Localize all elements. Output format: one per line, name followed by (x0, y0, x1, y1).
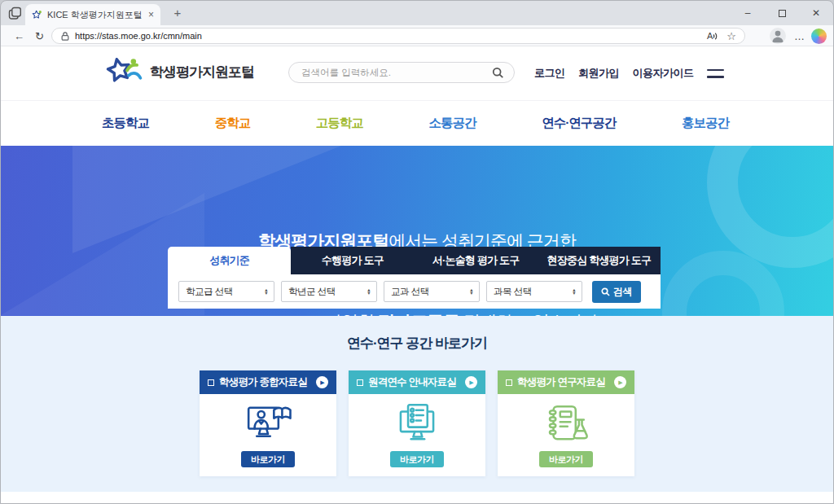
favicon-star-icon (32, 10, 42, 20)
minimize-button[interactable]: – (731, 1, 765, 25)
goto-button[interactable]: 바로가기 (241, 451, 295, 467)
nav-middle-school[interactable]: 중학교 (215, 115, 251, 132)
search-icon (601, 287, 610, 296)
tab-actions-icon[interactable] (8, 7, 22, 20)
card-assessment-archive: 학생평가 종합자료실 ▶ (200, 370, 336, 476)
profile-avatar[interactable] (770, 28, 786, 44)
browser-tab-strip: KICE 학생평가지원포털 × + – ✕ (1, 1, 833, 25)
select-arrows-icon: ▴▾ (367, 288, 370, 296)
hero-banner: 학생평가지원포털에서는 성취기준에 근거한 다양한 평가도구를 탑재하고 있습니… (1, 146, 833, 316)
square-bullet-icon (208, 379, 214, 386)
card-assessment-research-archive: 학생평가 연구자료실 ▶ (498, 370, 634, 476)
select-arrows-icon: ▴▾ (573, 288, 575, 296)
curriculum-select[interactable]: 교과 선택 ▴▾ (384, 281, 480, 302)
login-link[interactable]: 로그인 (534, 66, 565, 81)
site-logo[interactable]: 학생평가지원포털 (105, 55, 254, 88)
refresh-icon[interactable]: ↻ (35, 25, 44, 46)
school-level-select[interactable]: 학교급 선택 ▴▾ (178, 281, 274, 302)
address-bar[interactable]: https://stas.moe.go.kr/cmn/main A ☆ (51, 28, 745, 44)
select-arrows-icon: ▴▾ (470, 288, 472, 296)
square-bullet-icon (357, 379, 363, 386)
search-placeholder: 검색어를 입력하세요. (301, 63, 391, 83)
site-info-lock-icon[interactable] (60, 31, 70, 42)
browser-window: KICE 학생평가지원포털 × + – ✕ ← ↻ https://stas.m… (0, 0, 834, 504)
tab-performance-assessment-tools[interactable]: 수행평가 도구 (291, 247, 414, 274)
card-title: 학생평가 종합자료실 (219, 375, 307, 389)
favorites-star-icon[interactable]: ☆ (726, 30, 736, 42)
browser-tab[interactable]: KICE 학생평가지원포털 × (25, 4, 160, 25)
close-button[interactable]: ✕ (799, 1, 833, 25)
monitor-checklist-icon (392, 401, 442, 447)
url-text: https://stas.moe.go.kr/cmn/main (75, 31, 699, 41)
search-button[interactable]: 검색 (592, 281, 641, 303)
nav-elementary-school[interactable]: 초등학교 (102, 115, 149, 132)
select-arrows-icon: ▴▾ (265, 288, 267, 296)
shortcut-section: 연수·연구 공간 바로가기 학생평가 종합자료실 ▶ (1, 316, 833, 492)
search-widget-tabs: 성취기준 수행평가 도구 서·논술형 평가 도구 현장중심 학생평가 도구 (168, 247, 661, 274)
notebook-flask-icon (542, 401, 590, 447)
main-navigation: 초등학교 중학교 고등학교 소통공간 연수·연구공간 홍보공간 (1, 100, 833, 146)
page: 학생평가지원포털 검색어를 입력하세요. 로그인 회원가입 이용자가이드 초등학… (1, 46, 833, 503)
assessment-search-widget: 성취기준 수행평가 도구 서·논술형 평가 도구 현장중심 학생평가 도구 학교… (168, 247, 661, 309)
tab-close-icon[interactable]: × (148, 10, 154, 20)
utility-links: 로그인 회원가입 이용자가이드 (534, 46, 724, 100)
goto-button[interactable]: 바로가기 (539, 451, 593, 467)
nav-promotion-space[interactable]: 홍보공간 (682, 115, 729, 132)
window-controls: – ✕ (731, 1, 833, 25)
site-search-input[interactable]: 검색어를 입력하세요. (288, 62, 515, 83)
browser-menu-icon[interactable]: … (794, 25, 805, 46)
card-title: 학생평가 연구자료실 (517, 375, 605, 389)
maximize-button[interactable] (765, 1, 799, 25)
arrow-right-icon[interactable]: ▶ (316, 376, 328, 388)
hero-title-line2: 다양한 평가도구를 탑재하고 있습니다. (47, 308, 833, 316)
search-filter-panel: 학교급 선택 ▴▾ 학년군 선택 ▴▾ 교과 선택 ▴▾ 과목 선택 ▴▾ (168, 274, 661, 309)
card-header[interactable]: 원격연수 안내자료실 ▶ (349, 370, 485, 394)
card-header[interactable]: 학생평가 종합자료실 ▶ (200, 370, 336, 394)
logo-star-icon (105, 55, 144, 88)
arrow-right-icon[interactable]: ▶ (614, 376, 626, 388)
monitor-person-book-icon (241, 401, 295, 447)
user-guide-link[interactable]: 이용자가이드 (633, 66, 694, 81)
back-icon[interactable]: ← (14, 25, 24, 46)
nav-high-school[interactable]: 고등학교 (316, 115, 363, 132)
arrow-right-icon[interactable]: ▶ (465, 376, 477, 388)
shortcut-cards: 학생평가 종합자료실 ▶ (1, 370, 833, 476)
square-bullet-icon (506, 379, 512, 386)
nav-communication-space[interactable]: 소통공간 (428, 115, 476, 132)
tab-title: KICE 학생평가지원포털 (47, 9, 143, 21)
grade-group-select[interactable]: 학년군 선택 ▴▾ (281, 281, 377, 302)
nav-training-research-space[interactable]: 연수·연구공간 (542, 115, 616, 132)
tab-achievement-standards[interactable]: 성취기준 (168, 247, 291, 274)
browser-toolbar: ← ↻ https://stas.moe.go.kr/cmn/main A ☆ … (1, 25, 833, 46)
goto-button[interactable]: 바로가기 (390, 451, 444, 467)
shortcut-section-heading: 연수·연구 공간 바로가기 (1, 334, 833, 353)
site-header: 학생평가지원포털 검색어를 입력하세요. 로그인 회원가입 이용자가이드 (1, 46, 833, 100)
card-header[interactable]: 학생평가 연구자료실 ▶ (498, 370, 634, 394)
tab-essay-assessment-tools[interactable]: 서·논술형 평가 도구 (415, 247, 538, 274)
signup-link[interactable]: 회원가입 (578, 66, 619, 81)
tab-field-student-assessment-tools[interactable]: 현장중심 학생평가 도구 (538, 247, 661, 274)
menu-icon[interactable] (707, 69, 724, 78)
search-icon[interactable] (492, 67, 504, 79)
copilot-icon[interactable] (811, 28, 827, 44)
read-aloud-icon[interactable]: A (707, 31, 718, 41)
card-remote-training-guide: 원격연수 안내자료실 ▶ 바로가기 (349, 370, 485, 476)
maximize-icon (779, 10, 786, 17)
card-title: 원격연수 안내자료실 (368, 375, 456, 389)
subject-select[interactable]: 과목 선택 ▴▾ (486, 281, 582, 302)
new-tab-button[interactable]: + (169, 4, 187, 22)
logo-text: 학생평가지원포털 (150, 63, 254, 81)
